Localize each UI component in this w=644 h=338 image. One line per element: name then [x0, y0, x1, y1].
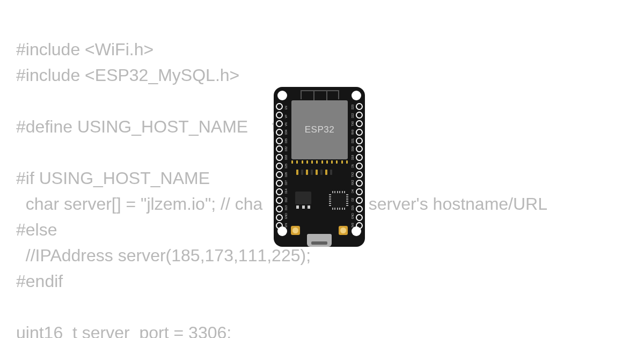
pin-icon [276, 180, 283, 187]
lead-icon [334, 208, 335, 210]
pin-icon [276, 145, 283, 152]
lead-icon [329, 203, 331, 204]
pin-label: RX0 [349, 130, 356, 135]
pin-label: D18 [349, 156, 356, 160]
smd-icon [296, 170, 298, 175]
pad-icon [341, 160, 343, 164]
lead-icon [337, 191, 338, 193]
pin-label: D12 [283, 198, 290, 202]
lead-icon [346, 201, 348, 202]
qfn-leads [332, 191, 345, 193]
pin-icon [276, 120, 283, 127]
lead-icon [329, 199, 331, 200]
pin-label: D25 [283, 164, 290, 168]
pin-icon [356, 214, 363, 221]
pin-icon [356, 103, 363, 110]
pin-icon [276, 188, 283, 195]
regulator-ic-icon [295, 192, 311, 204]
pin-label: D21 [349, 139, 356, 143]
pin-icon [276, 205, 283, 212]
pin-label: D34 [283, 130, 290, 135]
pin-label: D19 [349, 148, 356, 152]
code-line: #else [16, 220, 57, 239]
pin-labels-left: EN VP VN D34 D35 D32 D33 D25 D26 D27 D14… [284, 104, 288, 229]
smd-icon [311, 170, 313, 175]
en-button-icon [339, 226, 348, 235]
mount-hole-icon [352, 91, 361, 100]
code-line: //IPAddress server(185,173,111,225); [16, 246, 311, 265]
pin-labels-right: D23 D22 TX0 RX0 D21 D19 D18 D5 TX2 RX2 D… [350, 104, 355, 229]
smd-icon [316, 170, 318, 175]
pad-icon [306, 160, 308, 164]
lead-icon [329, 201, 331, 202]
lead-icon [339, 208, 340, 210]
pin-label: D13 [283, 207, 290, 211]
pad-icon [346, 160, 348, 164]
code-line: uint16_t server_port = 3306; [16, 323, 231, 338]
pin-icon [276, 171, 283, 178]
pad-icon [336, 160, 338, 164]
shield-pads-bottom [291, 160, 348, 164]
code-line: char server[] = "jlzem.io"; // cha [16, 194, 262, 214]
pin-icon [276, 112, 283, 119]
pin-label: VN [283, 122, 290, 127]
pin-icon [356, 137, 363, 144]
antenna-trace-icon [301, 90, 339, 99]
code-line: r server's hostname/URL [358, 194, 547, 214]
pad-icon [296, 160, 298, 164]
pin-icon [356, 129, 363, 136]
canvas: #include <WiFi.h> #include <ESP32_MySQL.… [0, 0, 644, 338]
lead-icon [344, 191, 345, 193]
pin-label: VIN [283, 223, 290, 227]
lead-icon [342, 208, 343, 210]
pin-label: D33 [283, 156, 290, 160]
pad-icon [302, 160, 303, 164]
pin-icon [356, 222, 363, 229]
pin-icon [356, 188, 363, 195]
pin-icon [356, 171, 363, 178]
pin-icon [276, 214, 283, 221]
smd-icon [306, 170, 308, 175]
pin-label: GND [283, 215, 290, 219]
pin-icon [276, 129, 283, 136]
pin-label: TX2 [349, 173, 356, 177]
pin-icon [356, 180, 363, 187]
lead-icon [342, 191, 343, 193]
lead-icon [346, 196, 348, 197]
pin-label: D22 [349, 114, 356, 118]
pad-icon [311, 160, 313, 164]
lead-icon [344, 208, 345, 210]
pin-label: D2 [349, 198, 356, 202]
pin-label: D14 [283, 189, 290, 194]
qfn-chip-icon [332, 193, 346, 207]
lead-icon [346, 194, 348, 195]
lead-icon [332, 208, 333, 210]
pin-label: D26 [283, 173, 290, 177]
pin-label: EN [283, 105, 290, 109]
pin-label: VP [283, 114, 290, 118]
lead-icon [329, 196, 331, 197]
code-line: #include <WiFi.h> [16, 40, 153, 59]
pin-label: RX2 [349, 181, 356, 185]
lead-icon [346, 199, 348, 200]
pin-label: GND [349, 215, 356, 219]
pin-icon [276, 154, 283, 161]
pin-icon [276, 222, 283, 229]
code-line: #include <ESP32_MySQL.h> [16, 65, 239, 85]
pin-icon [356, 145, 363, 152]
pad-icon [296, 205, 299, 209]
micro-usb-icon [307, 234, 332, 247]
pin-label: D27 [283, 181, 290, 185]
qfn-leads [346, 194, 348, 206]
pin-label: D23 [349, 105, 356, 109]
esp32-shield: ESP32 [291, 100, 348, 159]
pin-label: TX0 [349, 122, 356, 127]
lead-icon [334, 191, 335, 193]
pin-icon [356, 120, 363, 127]
pin-label: D35 [283, 139, 290, 143]
pad-icon [331, 160, 333, 164]
pin-header-left [276, 103, 283, 229]
pin-label: D15 [349, 207, 356, 211]
pad-icon [326, 160, 328, 164]
smd-icon [301, 170, 303, 175]
